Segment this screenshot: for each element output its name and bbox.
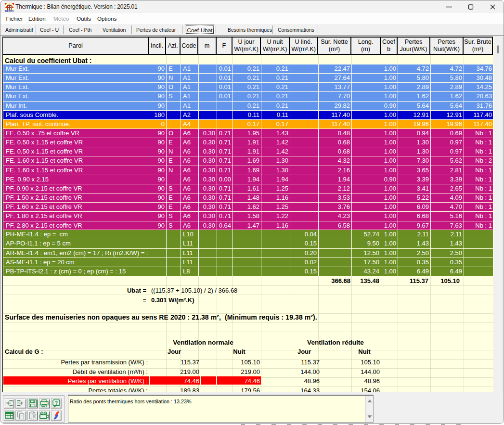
svg-text:?: ? [55, 400, 58, 406]
svg-text:DERBS: DERBS [5, 10, 14, 12]
